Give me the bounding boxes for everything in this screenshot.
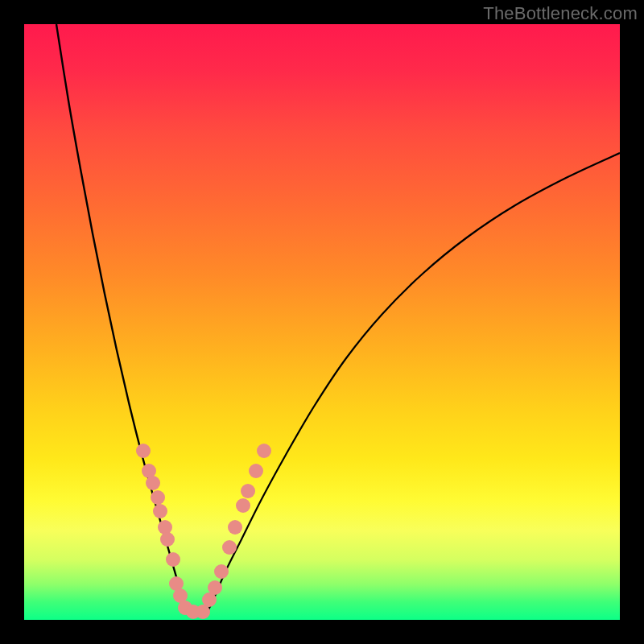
data-point — [158, 520, 172, 535]
data-point — [228, 520, 242, 535]
observed-points-group — [136, 444, 271, 619]
data-point — [153, 504, 167, 518]
plot-area — [24, 24, 620, 620]
data-point — [166, 552, 180, 567]
data-point — [208, 580, 222, 595]
data-point — [136, 444, 151, 458]
data-point — [151, 490, 165, 505]
data-point — [160, 532, 175, 547]
data-point — [146, 476, 160, 490]
data-point — [214, 564, 229, 579]
data-point — [249, 464, 263, 478]
chart-svg — [24, 24, 620, 620]
curve-right-arm — [205, 153, 620, 616]
data-point — [222, 540, 237, 555]
watermark-text: TheBottleneck.com — [483, 3, 638, 24]
data-point — [257, 444, 271, 458]
data-point — [236, 498, 250, 513]
chart-frame: TheBottleneck.com — [0, 0, 644, 644]
data-point — [241, 484, 255, 498]
